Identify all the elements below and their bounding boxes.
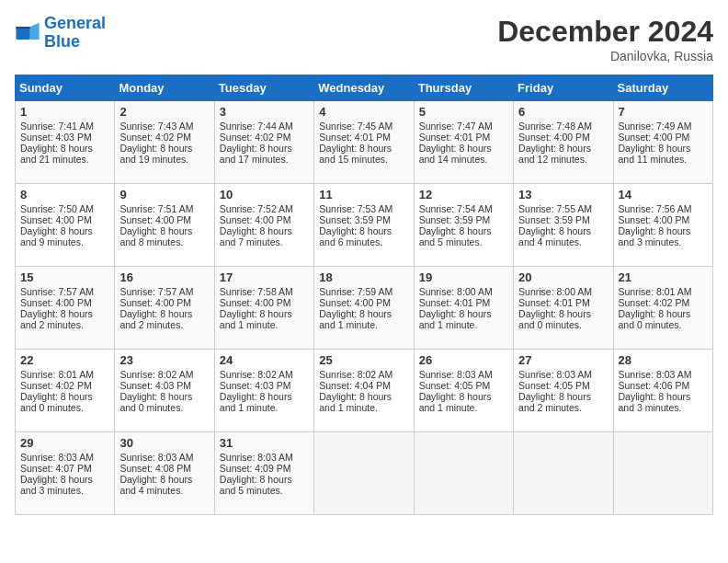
daylight: Daylight: 8 hours and 6 minutes.: [319, 225, 392, 247]
sunset: Sunset: 4:02 PM: [119, 132, 191, 143]
daylight: Daylight: 8 hours and 5 minutes.: [220, 474, 292, 496]
calendar-cell: 2Sunrise: 7:43 AMSunset: 4:02 PMDaylight…: [115, 101, 214, 184]
day-number: 9: [119, 188, 209, 201]
day-number: 2: [119, 105, 209, 119]
sunset: Sunset: 4:00 PM: [119, 297, 191, 308]
day-number: 15: [20, 270, 109, 284]
daylight: Daylight: 8 hours and 2 minutes.: [119, 308, 192, 330]
col-tuesday: Tuesday: [214, 75, 313, 101]
sunset: Sunset: 4:01 PM: [518, 297, 590, 308]
sunset: Sunset: 4:01 PM: [419, 297, 491, 308]
sunset: Sunset: 4:00 PM: [20, 214, 92, 225]
sunrise: Sunrise: 8:01 AM: [20, 369, 94, 380]
logo: General Blue: [15, 15, 106, 52]
sunset: Sunset: 4:01 PM: [319, 132, 391, 143]
calendar-cell: 29Sunrise: 8:03 AMSunset: 4:07 PMDayligh…: [16, 432, 115, 515]
sunset: Sunset: 4:00 PM: [119, 214, 191, 225]
day-number: 27: [518, 353, 608, 367]
sunset: Sunset: 4:08 PM: [119, 463, 191, 474]
calendar-cell: 25Sunrise: 8:02 AMSunset: 4:04 PMDayligh…: [314, 350, 414, 432]
day-number: 28: [619, 353, 708, 367]
sunset: Sunset: 4:00 PM: [619, 132, 690, 143]
calendar-cell: 5Sunrise: 7:47 AMSunset: 4:01 PMDaylight…: [414, 101, 513, 184]
sunrise: Sunrise: 8:02 AM: [220, 369, 293, 380]
daylight: Daylight: 8 hours and 2 minutes.: [518, 391, 591, 413]
svg-rect-0: [16, 27, 29, 40]
sunrise: Sunrise: 7:43 AM: [119, 121, 193, 132]
sunset: Sunset: 4:05 PM: [419, 380, 491, 391]
daylight: Daylight: 8 hours and 1 minute.: [220, 308, 292, 330]
calendar-cell: 31Sunrise: 8:03 AMSunset: 4:09 PMDayligh…: [214, 432, 313, 515]
daylight: Daylight: 8 hours and 2 minutes.: [20, 308, 93, 330]
sunset: Sunset: 3:59 PM: [319, 214, 391, 225]
sunrise: Sunrise: 7:51 AM: [119, 203, 193, 214]
daylight: Daylight: 8 hours and 12 minutes.: [518, 143, 591, 165]
calendar-cell: 1Sunrise: 7:41 AMSunset: 4:03 PMDaylight…: [16, 101, 115, 184]
sunset: Sunset: 4:02 PM: [220, 132, 291, 143]
calendar-cell: 21Sunrise: 8:01 AMSunset: 4:02 PMDayligh…: [613, 267, 712, 350]
daylight: Daylight: 8 hours and 9 minutes.: [20, 225, 93, 247]
day-number: 24: [220, 353, 309, 367]
daylight: Daylight: 8 hours and 15 minutes.: [319, 143, 392, 165]
day-number: 22: [20, 353, 109, 367]
calendar-body: 1Sunrise: 7:41 AMSunset: 4:03 PMDaylight…: [16, 101, 713, 515]
daylight: Daylight: 8 hours and 4 minutes.: [119, 474, 192, 496]
sunset: Sunset: 3:59 PM: [518, 214, 590, 225]
sunset: Sunset: 4:00 PM: [20, 297, 92, 308]
daylight: Daylight: 8 hours and 21 minutes.: [20, 143, 93, 165]
calendar-cell: 30Sunrise: 8:03 AMSunset: 4:08 PMDayligh…: [115, 432, 214, 515]
svg-marker-1: [30, 23, 40, 40]
day-number: 1: [20, 105, 109, 119]
logo-general: General: [44, 14, 106, 32]
day-number: 18: [319, 270, 408, 284]
daylight: Daylight: 8 hours and 19 minutes.: [119, 143, 192, 165]
daylight: Daylight: 8 hours and 0 minutes.: [619, 308, 691, 330]
day-number: 12: [419, 188, 508, 201]
calendar-cell: 8Sunrise: 7:50 AMSunset: 4:00 PMDaylight…: [16, 184, 115, 267]
calendar-week-row: 1Sunrise: 7:41 AMSunset: 4:03 PMDaylight…: [16, 101, 713, 184]
sunrise: Sunrise: 8:02 AM: [119, 369, 193, 380]
col-thursday: Thursday: [414, 75, 513, 101]
sunrise: Sunrise: 8:01 AM: [619, 286, 692, 297]
day-number: 29: [20, 436, 109, 450]
calendar-cell: [514, 432, 613, 515]
calendar-week-row: 15Sunrise: 7:57 AMSunset: 4:00 PMDayligh…: [16, 267, 713, 350]
sunrise: Sunrise: 7:48 AM: [518, 121, 592, 132]
calendar-cell: 20Sunrise: 8:00 AMSunset: 4:01 PMDayligh…: [514, 267, 613, 350]
sunrise: Sunrise: 7:57 AM: [20, 286, 94, 297]
location: Danilovka, Russia: [497, 49, 713, 63]
day-number: 13: [518, 188, 608, 201]
calendar-cell: [414, 432, 513, 515]
daylight: Daylight: 8 hours and 3 minutes.: [20, 474, 93, 496]
sunrise: Sunrise: 7:45 AM: [319, 121, 392, 132]
daylight: Daylight: 8 hours and 1 minute.: [419, 308, 492, 330]
day-number: 25: [319, 353, 408, 367]
col-wednesday: Wednesday: [314, 75, 414, 101]
sunset: Sunset: 4:00 PM: [619, 214, 690, 225]
title-block: December 2024 Danilovka, Russia: [497, 15, 713, 63]
sunrise: Sunrise: 8:00 AM: [419, 286, 493, 297]
col-friday: Friday: [514, 75, 613, 101]
sunrise: Sunrise: 7:41 AM: [20, 121, 94, 132]
daylight: Daylight: 8 hours and 17 minutes.: [220, 143, 292, 165]
day-number: 10: [220, 188, 309, 201]
calendar-week-row: 22Sunrise: 8:01 AMSunset: 4:02 PMDayligh…: [16, 350, 713, 432]
day-number: 31: [220, 436, 309, 450]
daylight: Daylight: 8 hours and 8 minutes.: [119, 225, 192, 247]
calendar-cell: 23Sunrise: 8:02 AMSunset: 4:03 PMDayligh…: [115, 350, 214, 432]
calendar-cell: 7Sunrise: 7:49 AMSunset: 4:00 PMDaylight…: [613, 101, 712, 184]
daylight: Daylight: 8 hours and 3 minutes.: [619, 391, 691, 413]
col-sunday: Sunday: [16, 75, 115, 101]
day-number: 6: [518, 105, 608, 119]
calendar-cell: 13Sunrise: 7:55 AMSunset: 3:59 PMDayligh…: [514, 184, 613, 267]
calendar-cell: 10Sunrise: 7:52 AMSunset: 4:00 PMDayligh…: [214, 184, 313, 267]
calendar-header: Sunday Monday Tuesday Wednesday Thursday…: [16, 75, 713, 101]
sunset: Sunset: 4:03 PM: [220, 380, 291, 391]
calendar-cell: 11Sunrise: 7:53 AMSunset: 3:59 PMDayligh…: [314, 184, 414, 267]
daylight: Daylight: 8 hours and 3 minutes.: [619, 225, 691, 247]
daylight: Daylight: 8 hours and 1 minute.: [319, 308, 392, 330]
sunset: Sunset: 4:05 PM: [518, 380, 590, 391]
calendar-cell: 28Sunrise: 8:03 AMSunset: 4:06 PMDayligh…: [613, 350, 712, 432]
day-number: 11: [319, 188, 408, 201]
sunset: Sunset: 4:00 PM: [319, 297, 391, 308]
